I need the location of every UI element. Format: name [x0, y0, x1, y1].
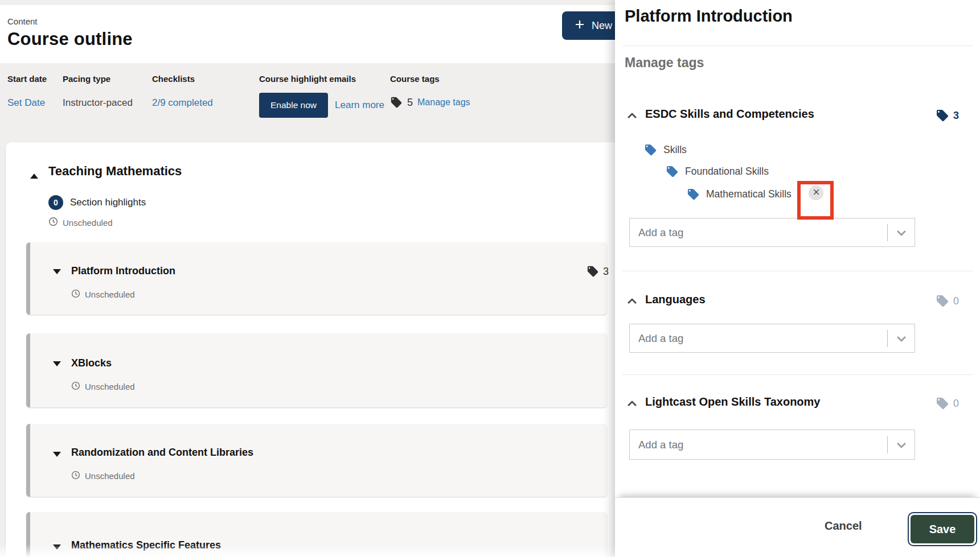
subsection-schedule: Unscheduled [71, 381, 135, 392]
drawer-footer: Cancel Save [615, 497, 980, 557]
subsection-schedule: Unscheduled [71, 471, 135, 481]
tag-count-value: 3 [603, 266, 609, 278]
collapse-taxonomy-chevron-icon[interactable] [626, 398, 638, 412]
manage-tags-drawer: Platform Introduction Manage tags ESDC S… [615, 0, 980, 557]
expand-subsection-caret-icon[interactable] [53, 267, 61, 276]
divider [622, 271, 973, 271]
subsection-title[interactable]: XBlocks [71, 357, 112, 369]
schedule-label: Unscheduled [85, 290, 135, 299]
subsection-card-platform-introduction: Platform Introduction 3 Unscheduled [26, 242, 607, 315]
subsection-schedule: Unscheduled [71, 289, 135, 300]
clock-icon [71, 381, 80, 392]
taxonomy-name[interactable]: ESDC Skills and Competencies [645, 108, 814, 121]
page-title: Course outline [7, 29, 133, 49]
taxonomy-tag-count: 0 [936, 294, 959, 308]
applied-tag-label: Skills [663, 144, 687, 156]
plus-icon [575, 19, 585, 32]
cancel-button[interactable]: Cancel [825, 519, 862, 533]
add-tag-field [629, 218, 915, 247]
collapse-section-caret-icon[interactable] [30, 172, 38, 180]
subsection-card-xblocks: XBlocks Unscheduled [26, 333, 607, 407]
subsection-tag-count: 3 [587, 265, 609, 278]
remove-tag-button[interactable] [809, 185, 823, 200]
chevron-down-icon[interactable] [888, 218, 915, 246]
chevron-down-icon[interactable] [888, 430, 915, 459]
tag-icon [390, 96, 403, 109]
meta-highlight-emails: Course highlight emails Enable now Learn… [259, 74, 384, 118]
applied-tag-label: Foundational Skills [685, 166, 769, 178]
subsection-card-randomization: Randomization and Content Libraries Unsc… [26, 424, 607, 497]
highlights-count-badge: 0 [48, 195, 63, 210]
divider [622, 374, 973, 375]
app-window: Content Course outline New Start date Se… [0, 0, 980, 557]
breadcrumb: Content [7, 16, 38, 26]
expand-subsection-caret-icon[interactable] [53, 450, 61, 459]
course-tag-count: 5 [407, 97, 413, 109]
taxonomy-tag-count: 0 [936, 397, 959, 410]
page-header: Content Course outline [0, 5, 626, 63]
subsection-title[interactable]: Mathematics Specific Features [71, 539, 221, 551]
schedule-label: Unscheduled [85, 382, 135, 391]
learn-more-link[interactable]: Learn more [335, 100, 384, 111]
manage-tags-link[interactable]: Manage tags [417, 97, 470, 108]
meta-start-date: Start date Set Date [7, 74, 47, 109]
clock-icon [71, 471, 80, 481]
save-button[interactable]: Save [911, 515, 974, 543]
drawer-title: Platform Introduction [625, 7, 793, 26]
taxonomy-tag-count: 3 [936, 109, 959, 122]
applied-tag-row: Foundational Skills [666, 165, 769, 178]
schedule-label: Unscheduled [85, 471, 135, 481]
meta-label: Start date [7, 74, 47, 84]
tag-icon [936, 397, 949, 410]
tag-count-value: 3 [953, 110, 959, 122]
applied-tag-row: Mathematical Skills [687, 188, 792, 201]
applied-tag-row: Skills [644, 143, 687, 156]
save-button-focus-ring: Save [908, 512, 977, 546]
add-tag-input[interactable] [630, 324, 887, 352]
subsection-title[interactable]: Randomization and Content Libraries [71, 447, 253, 459]
highlights-label: Section highlights [70, 197, 146, 208]
section-schedule: Unscheduled [48, 217, 113, 228]
expand-subsection-caret-icon[interactable] [53, 360, 61, 368]
tag-icon [644, 143, 657, 156]
checklists-link[interactable]: 2/9 completed [152, 97, 213, 109]
tag-count-value: 0 [953, 295, 959, 307]
divider [622, 46, 973, 46]
manage-tags-heading: Manage tags [625, 55, 704, 71]
expand-subsection-caret-icon[interactable] [53, 543, 61, 551]
tag-icon [687, 188, 700, 201]
clock-icon [71, 289, 80, 300]
collapse-taxonomy-chevron-icon[interactable] [626, 295, 638, 310]
meta-label: Pacing type [63, 74, 133, 84]
subsection-card-math-features: Mathematics Specific Features [26, 512, 607, 557]
add-tag-input[interactable] [630, 218, 887, 246]
meta-label: Checklists [152, 74, 213, 84]
meta-pacing-type: Pacing type Instructor-paced [63, 74, 133, 109]
enable-now-button[interactable]: Enable now [259, 93, 328, 118]
section-title[interactable]: Teaching Mathematics [48, 164, 182, 179]
tag-icon [666, 165, 679, 178]
tag-icon [936, 294, 949, 308]
add-tag-field [629, 430, 915, 460]
collapse-taxonomy-chevron-icon[interactable] [626, 110, 638, 124]
applied-tag-label: Mathematical Skills [706, 188, 792, 200]
add-tag-input[interactable] [630, 430, 887, 459]
section-card: Teaching Mathematics 0 Section highlight… [6, 142, 626, 557]
tag-icon [587, 265, 599, 278]
pacing-type-value: Instructor-paced [63, 97, 133, 109]
add-tag-field [629, 324, 915, 353]
subsection-title[interactable]: Platform Introduction [71, 265, 175, 277]
close-icon [813, 188, 820, 197]
new-button-label: New [592, 20, 612, 32]
schedule-label: Unscheduled [63, 218, 113, 228]
meta-course-tags: Course tags 5 Manage tags [390, 74, 470, 109]
meta-label: Course tags [390, 74, 470, 84]
meta-label: Course highlight emails [259, 74, 384, 84]
taxonomy-name[interactable]: Languages [645, 293, 706, 306]
taxonomy-name[interactable]: Lightcast Open Skills Taxonomy [645, 395, 820, 409]
set-date-link[interactable]: Set Date [7, 97, 45, 109]
section-highlights-button[interactable]: 0 Section highlights [48, 195, 146, 210]
chevron-down-icon[interactable] [888, 324, 915, 352]
tag-count-value: 0 [953, 398, 959, 410]
clock-icon [48, 217, 58, 228]
